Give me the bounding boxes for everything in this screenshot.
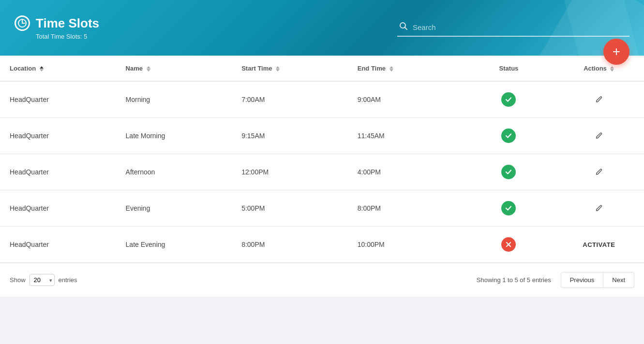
status-active-icon [501, 129, 516, 143]
entries-label: entries [59, 276, 77, 284]
edit-button[interactable] [595, 204, 603, 212]
add-timeslot-button[interactable]: + [603, 39, 629, 65]
cell-location: HeadQuarter [0, 227, 116, 263]
cell-end-time: 8:00PM [348, 190, 464, 227]
header: Time Slots Total Time Slots: 5 + [0, 0, 644, 56]
header-left: Time Slots Total Time Slots: 5 [15, 15, 99, 40]
cell-status [464, 118, 554, 154]
col-header-location[interactable]: Location [0, 56, 116, 82]
cell-name: Morning [116, 81, 232, 118]
location-sort-icon [40, 66, 44, 72]
table-row: HeadQuarterLate Morning9:15AM11:45AM [0, 118, 644, 154]
table-container: Location Name Start [0, 56, 644, 263]
main-content: Location Name Start [0, 56, 644, 297]
cell-end-time: 11:45AM [348, 118, 464, 154]
status-active-icon [501, 92, 516, 107]
table-header-row: Location Name Start [0, 56, 644, 82]
table-row: HeadQuarterLate Evening8:00PM10:00PM ACT… [0, 227, 644, 263]
cell-location: HeadQuarter [0, 154, 116, 190]
cell-start-time: 5:00PM [232, 190, 348, 227]
cell-end-time: 4:00PM [348, 154, 464, 190]
col-header-status: Status [464, 56, 554, 82]
cell-start-time: 7:00AM [232, 81, 348, 118]
cell-location: HeadQuarter [0, 190, 116, 227]
cell-actions [554, 118, 644, 154]
search-bar [397, 19, 629, 37]
status-active-icon [501, 165, 516, 179]
cell-name: Late Evening [116, 227, 232, 263]
table-row: HeadQuarterMorning7:00AM9:00AM [0, 81, 644, 118]
table-row: HeadQuarterAfternoon12:00PM4:00PM [0, 154, 644, 190]
cell-start-time: 9:15AM [232, 118, 348, 154]
cell-status [464, 81, 554, 118]
cell-actions: ACTIVATE [554, 227, 644, 263]
entries-select[interactable]: 20 50 100 [30, 274, 55, 286]
cell-start-time: 12:00PM [232, 154, 348, 190]
clock-icon [15, 15, 30, 31]
cell-start-time: 8:00PM [232, 227, 348, 263]
activate-button[interactable]: ACTIVATE [583, 241, 615, 248]
cell-name: Afternoon [116, 154, 232, 190]
cell-status [464, 190, 554, 227]
edit-button[interactable] [595, 168, 603, 176]
entries-select-wrapper: 20 50 100 [30, 274, 55, 286]
edit-button[interactable] [595, 96, 603, 103]
col-header-actions[interactable]: Actions [554, 56, 644, 82]
svg-line-4 [405, 28, 407, 30]
col-header-end-time[interactable]: End Time [348, 56, 464, 82]
svg-point-0 [18, 19, 26, 27]
pagination-info: Showing 1 to 5 of 5 entries [477, 276, 551, 284]
pagination-buttons: Previous Next [561, 272, 634, 288]
cell-status [464, 154, 554, 190]
status-active-icon [501, 201, 516, 215]
header-subtitle: Total Time Slots: 5 [36, 33, 99, 40]
cell-location: HeadQuarter [0, 81, 116, 118]
cell-actions [554, 190, 644, 227]
name-sort-icon [147, 66, 150, 72]
search-icon [399, 22, 408, 33]
timeslots-table: Location Name Start [0, 56, 644, 263]
next-button[interactable]: Next [603, 272, 634, 288]
cell-end-time: 10:00PM [348, 227, 464, 263]
previous-button[interactable]: Previous [561, 272, 604, 288]
cell-actions [554, 154, 644, 190]
page-title: Time Slots [36, 16, 99, 31]
table-row: HeadQuarterEvening5:00PM8:00PM [0, 190, 644, 227]
edit-button[interactable] [595, 132, 603, 140]
table-footer: Show 20 50 100 entries Showing 1 to 5 of… [0, 263, 644, 297]
col-header-name[interactable]: Name [116, 56, 232, 82]
cell-actions [554, 81, 644, 118]
search-input[interactable] [413, 23, 628, 31]
cell-name: Late Morning [116, 118, 232, 154]
col-header-start-time[interactable]: Start Time [232, 56, 348, 82]
show-label: Show [10, 276, 26, 284]
status-inactive-icon [501, 237, 516, 252]
cell-name: Evening [116, 190, 232, 227]
show-entries: Show 20 50 100 entries [10, 274, 77, 286]
cell-end-time: 9:00AM [348, 81, 464, 118]
end-time-sort-icon [389, 66, 393, 72]
actions-sort-icon [610, 66, 614, 72]
header-title-row: Time Slots [15, 15, 99, 31]
pagination-right: Showing 1 to 5 of 5 entries Previous Nex… [477, 272, 634, 288]
start-time-sort-icon [276, 66, 280, 72]
cell-status [464, 227, 554, 263]
cell-location: HeadQuarter [0, 118, 116, 154]
